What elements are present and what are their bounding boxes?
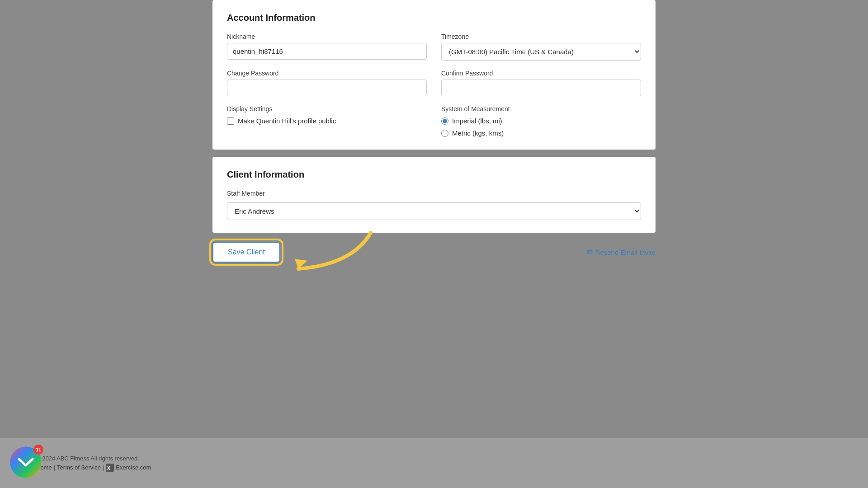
envelope-icon: ✉ <box>587 248 593 257</box>
imperial-radio[interactable] <box>441 117 448 125</box>
nickname-timezone-row: Nickname Timezone (GMT-08:00) Pacific Ti… <box>227 33 641 61</box>
save-client-button[interactable]: Save Client <box>212 242 280 263</box>
footer-links: Home | Terms of Service | X Exercise.com <box>36 464 151 472</box>
make-public-row: Make Quentin Hill's profile public <box>227 117 427 125</box>
change-password-input[interactable] <box>227 80 427 96</box>
metric-radio[interactable] <box>441 130 448 137</box>
nickname-input[interactable] <box>227 43 427 60</box>
svg-marker-0 <box>295 259 307 269</box>
measurement-label: System of Measurement <box>441 105 641 113</box>
measurement-radio-group: Imperial (lbs, mi) Metric (kgs, kms) <box>441 117 641 137</box>
client-info-title: Client Information <box>227 169 641 180</box>
nickname-label: Nickname <box>227 33 427 40</box>
save-button-container: Save Client <box>212 242 280 263</box>
timezone-select[interactable]: (GMT-08:00) Pacific Time (US & Canada) <box>441 43 641 61</box>
staff-member-label: Staff Member <box>227 190 641 197</box>
confirm-password-input[interactable] <box>441 80 641 96</box>
staff-member-select[interactable]: Eric Andrews <box>227 202 641 220</box>
timezone-group: Timezone (GMT-08:00) Pacific Time (US & … <box>441 33 641 61</box>
measurement-section: System of Measurement Imperial (lbs, mi)… <box>441 105 641 137</box>
footer-terms-link[interactable]: Terms of Service <box>57 464 101 471</box>
metric-label: Metric (kgs, kms) <box>452 129 504 137</box>
footer-copyright: © 2024 ABC Fitness All rights reserved. <box>36 455 139 462</box>
change-password-group: Change Password <box>227 70 427 96</box>
account-info-title: Account Information <box>227 13 641 23</box>
change-password-label: Change Password <box>227 70 427 77</box>
footer-exercise-link[interactable]: Exercise.com <box>116 464 151 471</box>
confirm-password-label: Confirm Password <box>441 70 641 77</box>
make-public-label: Make Quentin Hill's profile public <box>238 117 336 125</box>
timezone-label: Timezone <box>441 33 641 40</box>
app-icon[interactable]: 11 <box>10 446 42 478</box>
client-information-card: Client Information Staff Member Eric And… <box>212 157 656 233</box>
display-measurement-row: Display Settings Make Quentin Hill's pro… <box>227 105 641 137</box>
svg-text:X: X <box>107 465 110 470</box>
arrow-annotation <box>262 228 389 291</box>
staff-member-group: Staff Member Eric Andrews <box>227 190 641 220</box>
notification-badge: 11 <box>33 445 43 455</box>
display-settings-label: Display Settings <box>227 105 427 113</box>
make-public-checkbox[interactable] <box>227 117 234 125</box>
resend-label: Resend Email Invite <box>595 249 656 256</box>
nickname-group: Nickname <box>227 33 427 61</box>
password-row: Change Password Confirm Password <box>227 70 641 96</box>
metric-row: Metric (kgs, kms) <box>441 129 641 137</box>
app-icon-container[interactable]: 11 <box>10 446 42 478</box>
resend-email-invite-link[interactable]: ✉ Resend Email Invite <box>587 248 656 257</box>
account-information-card: Account Information Nickname Timezone (G… <box>212 0 656 150</box>
action-row: Save Client ✉ Resend Email Invite <box>212 242 656 263</box>
confirm-password-group: Confirm Password <box>441 70 641 96</box>
footer: © 2024 ABC Fitness All rights reserved. … <box>0 438 868 488</box>
exercise-logo-icon: X <box>106 464 114 472</box>
imperial-row: Imperial (lbs, mi) <box>441 117 641 125</box>
display-settings-section: Display Settings Make Quentin Hill's pro… <box>227 105 427 127</box>
imperial-label: Imperial (lbs, mi) <box>452 117 502 125</box>
